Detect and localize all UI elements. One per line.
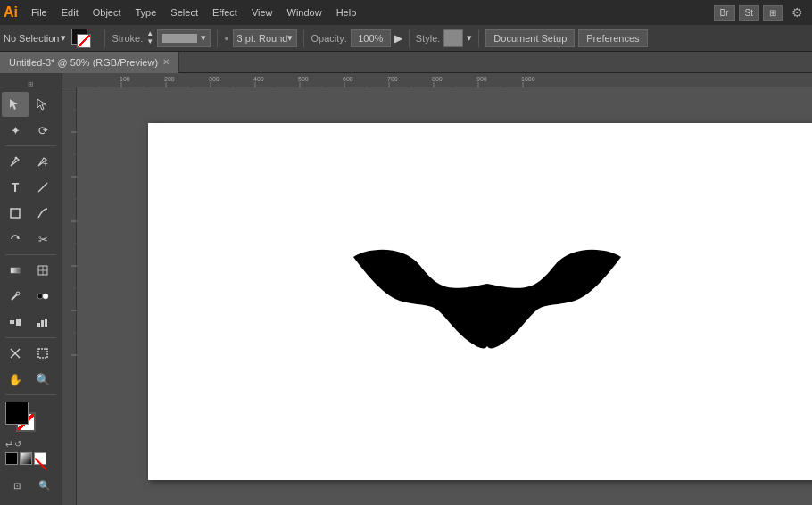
tool-separator-1 xyxy=(5,145,56,146)
solid-color-btn[interactable] xyxy=(5,452,18,465)
stroke-size-group: ● 3 pt. Round ▾ xyxy=(224,29,297,47)
dropdown-arrow-stroke: ▾ xyxy=(201,32,206,44)
gradient-btn[interactable] xyxy=(20,452,32,465)
menu-effect[interactable]: Effect xyxy=(206,5,244,20)
search-tool[interactable]: 🔍 xyxy=(31,473,58,498)
canvas-area: 100 200 300 400 500 600 700 800 900 1000 xyxy=(62,73,812,505)
svg-point-13 xyxy=(37,294,43,299)
preferences-button[interactable]: Preferences xyxy=(578,29,647,47)
toolbar: No Selection ▾ Stroke: ▲ ▼ ▾ ● 3 pt. Rou… xyxy=(0,25,812,52)
menu-object[interactable]: Object xyxy=(87,5,128,20)
tool-select[interactable] xyxy=(2,92,29,117)
tab-close-button[interactable]: ✕ xyxy=(162,57,170,67)
svg-point-14 xyxy=(43,294,48,299)
stroke-spinner[interactable]: ▲ ▼ xyxy=(146,30,153,46)
style-arrow[interactable]: ▾ xyxy=(467,32,472,44)
svg-text:700: 700 xyxy=(387,76,398,82)
svg-text:1000: 1000 xyxy=(521,76,535,82)
tool-pen[interactable] xyxy=(2,149,29,174)
horizontal-ruler: 100 200 300 400 500 600 700 800 900 1000 xyxy=(62,73,812,87)
tool-symbol[interactable] xyxy=(2,310,29,335)
tool-separator-2 xyxy=(5,254,56,255)
document-tab[interactable]: Untitled-3* @ 50% (RGB/Preview) ✕ xyxy=(0,52,179,73)
stroke-type-dropdown[interactable]: ▾ xyxy=(157,29,211,47)
menu-bar: Ai File Edit Object Type Select Effect V… xyxy=(0,0,812,25)
tool-scissors[interactable]: ✂ xyxy=(29,227,56,252)
swap-colors-btn[interactable]: ⇄ xyxy=(5,439,12,449)
tab-bar: Untitled-3* @ 50% (RGB/Preview) ✕ xyxy=(0,52,812,73)
tool-zoom[interactable]: 🔍 xyxy=(29,367,56,392)
opacity-arrow[interactable]: ▶ xyxy=(394,32,402,45)
tool-rotate[interactable] xyxy=(2,227,29,252)
color-area: ⇄ ↺ xyxy=(2,398,60,468)
tool-gradient[interactable] xyxy=(2,258,29,283)
tool-hand[interactable]: ✋ xyxy=(2,367,29,392)
stock-btn[interactable]: St xyxy=(739,5,759,21)
main-shape xyxy=(349,230,626,373)
fill-type-controls xyxy=(5,452,46,465)
svg-rect-22 xyxy=(38,349,47,358)
svg-text:100: 100 xyxy=(120,76,130,82)
menu-help[interactable]: Help xyxy=(330,5,363,20)
selection-dropdown[interactable]: No Selection ▾ xyxy=(4,32,66,44)
stroke-label: Stroke: xyxy=(112,33,143,44)
fill-stroke-swatches xyxy=(71,29,96,48)
none-btn[interactable] xyxy=(34,452,46,465)
tool-slice[interactable] xyxy=(2,341,29,366)
bridge-btn[interactable]: Br xyxy=(714,5,735,21)
svg-line-4 xyxy=(38,183,47,192)
svg-line-11 xyxy=(12,294,17,300)
tool-artboard[interactable] xyxy=(29,341,56,366)
tool-lasso[interactable]: ⟳ xyxy=(29,118,56,143)
menu-window[interactable]: Window xyxy=(281,5,328,20)
tool-rect[interactable] xyxy=(2,201,29,226)
tool-blend[interactable] xyxy=(29,284,56,309)
svg-text:+: + xyxy=(43,159,48,168)
artboard-container xyxy=(77,87,812,505)
tool-add-anchor[interactable]: + xyxy=(29,149,56,174)
tool-direct-select[interactable] xyxy=(29,92,56,117)
opacity-input[interactable] xyxy=(351,29,391,47)
artboard xyxy=(148,123,812,480)
reset-colors-btn[interactable]: ↺ xyxy=(14,439,21,449)
svg-rect-15 xyxy=(10,320,14,324)
tool-eyedropper[interactable] xyxy=(2,284,29,309)
tool-mesh[interactable] xyxy=(29,258,56,283)
tool-line[interactable] xyxy=(29,175,56,200)
vertical-ruler xyxy=(62,87,77,505)
svg-rect-19 xyxy=(45,319,47,327)
stroke-size-dropdown[interactable]: 3 pt. Round ▾ xyxy=(233,29,298,47)
tool-magic-wand[interactable]: ✦ xyxy=(2,118,29,143)
svg-rect-16 xyxy=(16,319,21,326)
fill-color-swatch[interactable] xyxy=(5,402,29,425)
menu-edit[interactable]: Edit xyxy=(55,5,85,20)
menu-select[interactable]: Select xyxy=(164,5,204,20)
tool-type[interactable]: T xyxy=(2,175,29,200)
opacity-label: Opacity: xyxy=(311,33,346,44)
sync-btn[interactable]: ⚙ xyxy=(786,4,808,21)
svg-rect-17 xyxy=(37,323,40,327)
svg-rect-5 xyxy=(11,209,20,218)
menu-file[interactable]: File xyxy=(25,5,54,20)
selection-arrow: ▾ xyxy=(61,32,66,44)
change-screen-mode[interactable]: ⊡ xyxy=(4,473,30,498)
stroke-size-label: 3 pt. Round xyxy=(237,33,288,44)
menu-view[interactable]: View xyxy=(245,5,279,20)
selection-label: No Selection xyxy=(4,33,59,44)
menu-type[interactable]: Type xyxy=(129,5,163,20)
svg-text:800: 800 xyxy=(432,76,443,82)
svg-text:500: 500 xyxy=(298,76,309,82)
tool-paintbrush[interactable] xyxy=(29,201,56,226)
document-setup-button[interactable]: Document Setup xyxy=(485,29,575,47)
stroke-pt-icon: ● xyxy=(224,34,228,43)
ruler-corner: ⊞ xyxy=(2,77,60,91)
style-label: Style: xyxy=(416,33,441,44)
stroke-swatch[interactable] xyxy=(77,34,91,48)
main-area: ⊞ ✦ ⟳ + T xyxy=(0,73,812,505)
color-controls: ⇄ ↺ xyxy=(5,439,21,449)
svg-rect-7 xyxy=(11,268,20,273)
style-swatch[interactable] xyxy=(443,29,463,47)
grid-btn[interactable]: ⊞ xyxy=(763,5,783,21)
tool-column-graph[interactable] xyxy=(29,310,56,335)
svg-text:600: 600 xyxy=(343,76,353,82)
